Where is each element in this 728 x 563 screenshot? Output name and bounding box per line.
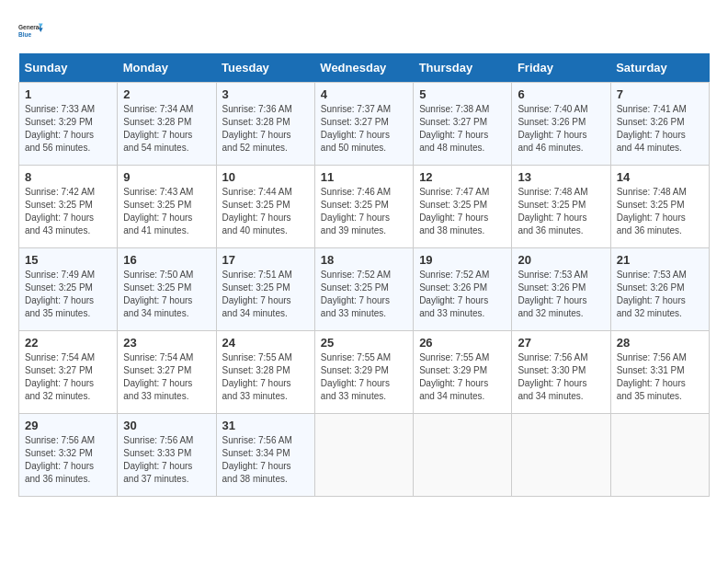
day-info: Sunrise: 7:52 AMSunset: 3:25 PMDaylight:… [321,269,407,320]
day-info: Sunrise: 7:55 AMSunset: 3:28 PMDaylight:… [222,351,309,403]
day-number: 17 [222,253,309,267]
calendar-cell: 25Sunrise: 7:55 AMSunset: 3:29 PMDayligh… [314,331,413,414]
day-info: Sunrise: 7:33 AMSunset: 3:29 PMDaylight:… [25,103,111,155]
day-info: Sunrise: 7:55 AMSunset: 3:29 PMDaylight:… [419,351,506,403]
page-header: GeneralBlue [18,18,710,44]
day-info: Sunrise: 7:48 AMSunset: 3:25 PMDaylight:… [518,186,604,237]
day-info: Sunrise: 7:46 AMSunset: 3:25 PMDaylight:… [321,186,407,237]
calendar-cell: 20Sunrise: 7:53 AMSunset: 3:26 PMDayligh… [512,248,610,331]
calendar-cell: 27Sunrise: 7:56 AMSunset: 3:30 PMDayligh… [512,331,610,414]
day-info: Sunrise: 7:56 AMSunset: 3:30 PMDaylight:… [518,351,604,403]
calendar-cell: 3Sunrise: 7:36 AMSunset: 3:28 PMDaylight… [216,83,314,166]
day-info: Sunrise: 7:56 AMSunset: 3:34 PMDaylight:… [222,434,309,486]
day-number: 16 [123,253,210,267]
day-number: 4 [321,87,407,101]
day-number: 7 [617,87,703,101]
calendar-cell: 29Sunrise: 7:56 AMSunset: 3:32 PMDayligh… [19,414,118,497]
day-info: Sunrise: 7:41 AMSunset: 3:26 PMDaylight:… [617,103,703,155]
calendar-week-3: 15Sunrise: 7:49 AMSunset: 3:25 PMDayligh… [19,248,710,331]
svg-text:Blue: Blue [18,31,31,38]
day-number: 11 [321,170,407,184]
calendar-week-2: 8Sunrise: 7:42 AMSunset: 3:25 PMDaylight… [19,166,710,248]
day-number: 27 [518,336,604,350]
calendar-cell: 14Sunrise: 7:48 AMSunset: 3:25 PMDayligh… [610,166,709,248]
day-info: Sunrise: 7:40 AMSunset: 3:26 PMDaylight:… [518,103,604,155]
calendar-cell: 11Sunrise: 7:46 AMSunset: 3:25 PMDayligh… [314,166,413,248]
day-number: 15 [25,253,111,267]
day-info: Sunrise: 7:37 AMSunset: 3:27 PMDaylight:… [321,103,407,155]
calendar-cell: 19Sunrise: 7:52 AMSunset: 3:26 PMDayligh… [414,248,512,331]
day-info: Sunrise: 7:36 AMSunset: 3:28 PMDaylight:… [222,103,309,155]
day-number: 20 [518,253,604,267]
logo: GeneralBlue [18,18,44,44]
calendar-cell: 9Sunrise: 7:43 AMSunset: 3:25 PMDaylight… [118,166,216,248]
days-header-row: SundayMondayTuesdayWednesdayThursdayFrid… [19,53,710,83]
day-info: Sunrise: 7:48 AMSunset: 3:25 PMDaylight:… [617,186,703,237]
calendar-cell: 24Sunrise: 7:55 AMSunset: 3:28 PMDayligh… [216,331,314,414]
calendar-cell: 23Sunrise: 7:54 AMSunset: 3:27 PMDayligh… [118,331,216,414]
calendar-week-5: 29Sunrise: 7:56 AMSunset: 3:32 PMDayligh… [19,414,710,497]
day-number: 25 [321,336,407,350]
day-info: Sunrise: 7:52 AMSunset: 3:26 PMDaylight:… [419,269,506,320]
calendar-cell: 12Sunrise: 7:47 AMSunset: 3:25 PMDayligh… [414,166,512,248]
calendar-cell [314,414,413,497]
day-info: Sunrise: 7:49 AMSunset: 3:25 PMDaylight:… [25,269,111,320]
calendar-cell: 7Sunrise: 7:41 AMSunset: 3:26 PMDaylight… [610,83,709,166]
svg-text:General: General [18,24,40,30]
logo-icon: GeneralBlue [18,18,44,44]
calendar-cell: 6Sunrise: 7:40 AMSunset: 3:26 PMDaylight… [512,83,610,166]
day-number: 1 [25,87,111,101]
day-number: 19 [419,253,506,267]
calendar-table: SundayMondayTuesdayWednesdayThursdayFrid… [18,53,710,497]
day-number: 14 [617,170,703,184]
day-header-sunday: Sunday [19,53,118,83]
calendar-week-4: 22Sunrise: 7:54 AMSunset: 3:27 PMDayligh… [19,331,710,414]
calendar-cell: 31Sunrise: 7:56 AMSunset: 3:34 PMDayligh… [216,414,314,497]
calendar-cell: 16Sunrise: 7:50 AMSunset: 3:25 PMDayligh… [118,248,216,331]
day-header-wednesday: Wednesday [314,53,413,83]
day-number: 2 [123,87,210,101]
day-info: Sunrise: 7:44 AMSunset: 3:25 PMDaylight:… [222,186,309,237]
day-number: 23 [123,336,210,350]
day-number: 21 [617,253,703,267]
day-info: Sunrise: 7:54 AMSunset: 3:27 PMDaylight:… [123,351,210,403]
day-number: 3 [222,87,309,101]
day-number: 6 [518,87,604,101]
day-number: 30 [123,419,210,432]
day-number: 8 [25,170,111,184]
calendar-cell: 8Sunrise: 7:42 AMSunset: 3:25 PMDaylight… [19,166,118,248]
day-info: Sunrise: 7:38 AMSunset: 3:27 PMDaylight:… [419,103,506,155]
calendar-cell: 17Sunrise: 7:51 AMSunset: 3:25 PMDayligh… [216,248,314,331]
day-info: Sunrise: 7:55 AMSunset: 3:29 PMDaylight:… [321,351,407,403]
day-header-saturday: Saturday [610,53,709,83]
day-number: 31 [222,419,309,432]
day-number: 26 [419,336,506,350]
calendar-cell [610,414,709,497]
calendar-cell: 13Sunrise: 7:48 AMSunset: 3:25 PMDayligh… [512,166,610,248]
calendar-cell: 2Sunrise: 7:34 AMSunset: 3:28 PMDaylight… [118,83,216,166]
calendar-cell: 18Sunrise: 7:52 AMSunset: 3:25 PMDayligh… [314,248,413,331]
day-info: Sunrise: 7:56 AMSunset: 3:31 PMDaylight:… [617,351,703,403]
calendar-cell: 4Sunrise: 7:37 AMSunset: 3:27 PMDaylight… [314,83,413,166]
day-info: Sunrise: 7:34 AMSunset: 3:28 PMDaylight:… [123,103,210,155]
calendar-cell: 1Sunrise: 7:33 AMSunset: 3:29 PMDaylight… [19,83,118,166]
calendar-cell: 10Sunrise: 7:44 AMSunset: 3:25 PMDayligh… [216,166,314,248]
calendar-cell [512,414,610,497]
calendar-cell [414,414,512,497]
calendar-cell: 22Sunrise: 7:54 AMSunset: 3:27 PMDayligh… [19,331,118,414]
day-number: 22 [25,336,111,350]
day-info: Sunrise: 7:42 AMSunset: 3:25 PMDaylight:… [25,186,111,237]
day-info: Sunrise: 7:47 AMSunset: 3:25 PMDaylight:… [419,186,506,237]
day-info: Sunrise: 7:54 AMSunset: 3:27 PMDaylight:… [25,351,111,403]
calendar-cell: 26Sunrise: 7:55 AMSunset: 3:29 PMDayligh… [414,331,512,414]
day-info: Sunrise: 7:53 AMSunset: 3:26 PMDaylight:… [518,269,604,320]
day-number: 10 [222,170,309,184]
day-number: 9 [123,170,210,184]
day-info: Sunrise: 7:56 AMSunset: 3:33 PMDaylight:… [123,434,210,486]
calendar-cell: 15Sunrise: 7:49 AMSunset: 3:25 PMDayligh… [19,248,118,331]
day-info: Sunrise: 7:56 AMSunset: 3:32 PMDaylight:… [25,434,111,486]
day-number: 28 [617,336,703,350]
day-header-monday: Monday [118,53,216,83]
day-info: Sunrise: 7:51 AMSunset: 3:25 PMDaylight:… [222,269,309,320]
calendar-cell: 30Sunrise: 7:56 AMSunset: 3:33 PMDayligh… [118,414,216,497]
